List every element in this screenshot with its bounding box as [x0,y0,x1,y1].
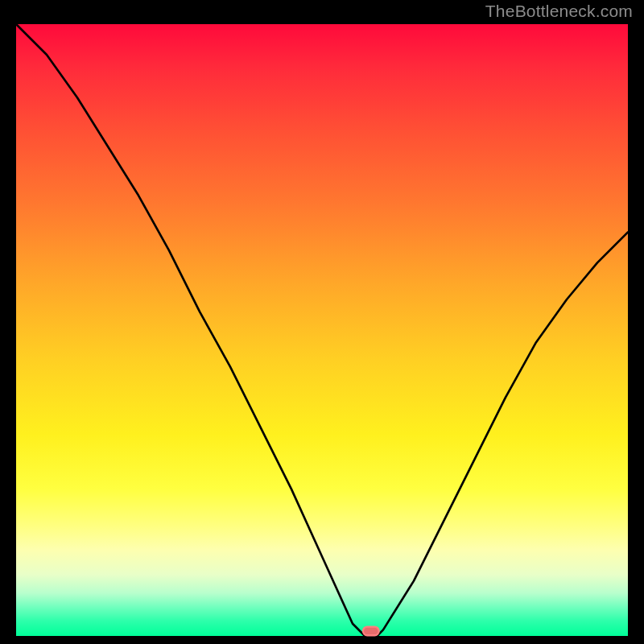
optimal-marker [363,627,379,636]
bottleneck-curve [16,24,628,636]
plot-area [16,24,628,636]
watermark-text: TheBottleneck.com [485,2,633,21]
chart-frame: TheBottleneck.com [0,0,644,644]
curve-layer [16,24,628,636]
